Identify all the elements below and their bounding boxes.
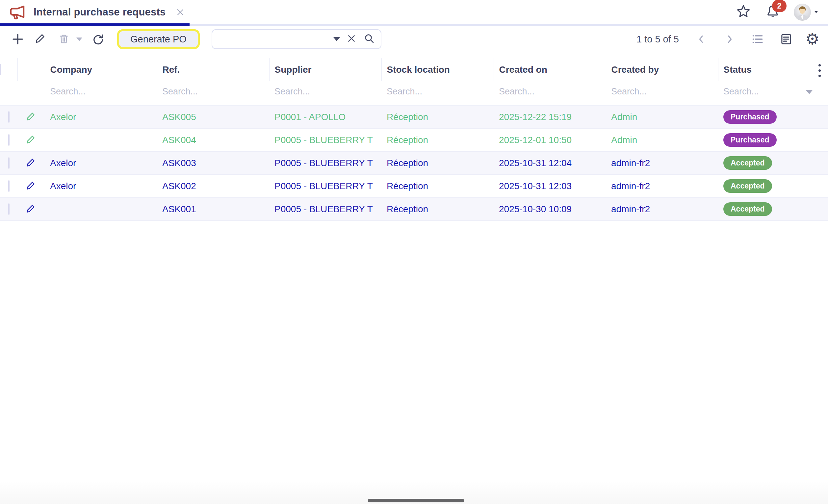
- column-menu-kebab-icon[interactable]: [817, 63, 822, 78]
- filter-company-input[interactable]: [50, 85, 142, 101]
- cell-ref: ASK004: [157, 129, 269, 152]
- delete-options-caret-icon[interactable]: [76, 38, 82, 41]
- settings-gear-icon[interactable]: ⚙: [805, 31, 820, 47]
- column-header-supplier[interactable]: Supplier: [269, 58, 381, 81]
- table-row[interactable]: Axelor ASK002 P0005 - BLUEBERRY T Récept…: [0, 175, 828, 198]
- filter-row: [0, 81, 828, 106]
- cell-created-by: admin-fr2: [606, 152, 718, 175]
- filter-ref-input[interactable]: [162, 85, 254, 101]
- user-menu[interactable]: [794, 4, 819, 21]
- main-search-box: [212, 29, 381, 49]
- page-title: Internal purchase requests: [34, 6, 166, 18]
- status-badge: Accepted: [723, 179, 772, 193]
- row-checkbox[interactable]: [8, 111, 9, 123]
- edit-record-button[interactable]: [32, 30, 50, 48]
- filter-created-on-input[interactable]: [499, 85, 591, 101]
- cell-ref: ASK001: [157, 198, 269, 221]
- main-search-input[interactable]: [217, 34, 327, 44]
- status-badge: Accepted: [723, 202, 772, 216]
- row-checkbox[interactable]: [8, 203, 9, 215]
- filter-created-by-input[interactable]: [611, 85, 703, 101]
- cell-company: Axelor: [45, 152, 157, 175]
- cell-stock-location: Réception: [381, 175, 494, 198]
- cell-created-by: Admin: [606, 106, 718, 129]
- notification-count-badge[interactable]: 2: [772, 0, 787, 12]
- row-edit-pencil-icon[interactable]: [25, 157, 37, 169]
- row-checkbox[interactable]: [8, 157, 9, 169]
- column-header-company[interactable]: Company: [45, 58, 157, 81]
- cell-company: [45, 129, 157, 152]
- tab-close-icon[interactable]: [175, 7, 186, 18]
- column-header-stock-location[interactable]: Stock location: [381, 58, 494, 81]
- select-all-checkbox[interactable]: [0, 64, 1, 75]
- add-record-button[interactable]: [8, 30, 27, 48]
- cell-stock-location: Réception: [381, 106, 494, 129]
- cell-created-on: 2025-10-31 12:03: [494, 175, 606, 198]
- row-edit-pencil-icon[interactable]: [25, 180, 37, 192]
- favorite-star-icon[interactable]: [735, 3, 752, 21]
- cell-created-on: 2025-12-01 10:50: [494, 129, 606, 152]
- table-row[interactable]: ASK004 P0005 - BLUEBERRY T Réception 202…: [0, 129, 828, 152]
- cell-created-by: Admin: [606, 129, 718, 152]
- clear-search-icon[interactable]: [346, 33, 357, 45]
- cell-created-by: admin-fr2: [606, 175, 718, 198]
- form-view-icon[interactable]: [777, 30, 795, 48]
- row-edit-pencil-icon[interactable]: [25, 203, 37, 215]
- cell-company: [45, 198, 157, 221]
- generate-po-button[interactable]: Generate PO: [117, 29, 200, 49]
- filter-stock-location-input[interactable]: [387, 85, 479, 101]
- status-badge: Purchased: [723, 133, 777, 147]
- cell-ref: ASK005: [157, 106, 269, 129]
- status-badge: Accepted: [723, 156, 772, 170]
- table-row[interactable]: Axelor ASK003 P0005 - BLUEBERRY T Récept…: [0, 152, 828, 175]
- cell-stock-location: Réception: [381, 129, 494, 152]
- table-row[interactable]: Axelor ASK005 P0001 - APOLLO Réception 2…: [0, 106, 828, 129]
- search-options-caret-icon[interactable]: [333, 37, 340, 41]
- filter-status-input[interactable]: [723, 85, 813, 101]
- cell-stock-location: Réception: [381, 152, 494, 175]
- cell-created-by: admin-fr2: [606, 198, 718, 221]
- cell-company: Axelor: [45, 175, 157, 198]
- purchase-requests-grid: Company Ref. Supplier Stock location Cre…: [0, 58, 828, 221]
- cell-created-on: 2025-10-30 10:09: [494, 198, 606, 221]
- home-indicator-bar: [368, 499, 464, 502]
- avatar[interactable]: [794, 4, 811, 21]
- active-tab-underline: [0, 24, 190, 26]
- megaphone-icon: [8, 4, 27, 20]
- status-badge: Purchased: [723, 110, 777, 124]
- filter-supplier-input[interactable]: [275, 85, 366, 101]
- notifications-bell-icon[interactable]: 2: [765, 4, 781, 21]
- cell-supplier: P0005 - BLUEBERRY T: [269, 198, 381, 221]
- table-row[interactable]: ASK001 P0005 - BLUEBERRY T Réception 202…: [0, 198, 828, 221]
- cell-ref: ASK003: [157, 152, 269, 175]
- toolbar: Generate PO 1 to 5 of 5: [0, 26, 828, 53]
- cell-stock-location: Réception: [381, 198, 494, 221]
- cell-ref: ASK002: [157, 175, 269, 198]
- delete-record-button[interactable]: [55, 30, 73, 48]
- user-menu-caret-icon[interactable]: [815, 11, 818, 13]
- cell-created-on: 2025-12-22 15:19: [494, 106, 606, 129]
- search-icon[interactable]: [363, 32, 375, 46]
- next-page-button[interactable]: [720, 30, 739, 48]
- list-view-icon[interactable]: [749, 30, 767, 48]
- cell-supplier: P0005 - BLUEBERRY T: [269, 175, 381, 198]
- row-edit-pencil-icon[interactable]: [25, 134, 37, 146]
- column-header-created-on[interactable]: Created on: [494, 58, 606, 81]
- cell-created-on: 2025-10-31 12:04: [494, 152, 606, 175]
- cell-supplier: P0005 - BLUEBERRY T: [269, 129, 381, 152]
- header-row: Company Ref. Supplier Stock location Cre…: [0, 58, 828, 81]
- status-filter-caret-icon[interactable]: [805, 90, 813, 94]
- row-checkbox[interactable]: [8, 134, 9, 146]
- cell-supplier: P0001 - APOLLO: [269, 106, 381, 129]
- cell-supplier: P0005 - BLUEBERRY T: [269, 152, 381, 175]
- cell-company: Axelor: [45, 106, 157, 129]
- column-header-created-by[interactable]: Created by: [606, 58, 718, 81]
- column-header-ref[interactable]: Ref.: [157, 58, 269, 81]
- row-edit-pencil-icon[interactable]: [25, 111, 37, 123]
- prev-page-button[interactable]: [692, 30, 710, 48]
- column-header-status[interactable]: Status: [718, 58, 828, 81]
- edit-column-header: [17, 58, 45, 81]
- refresh-button[interactable]: [89, 30, 107, 48]
- tab-bar: Internal purchase requests 2: [0, 0, 828, 26]
- row-checkbox[interactable]: [8, 180, 9, 192]
